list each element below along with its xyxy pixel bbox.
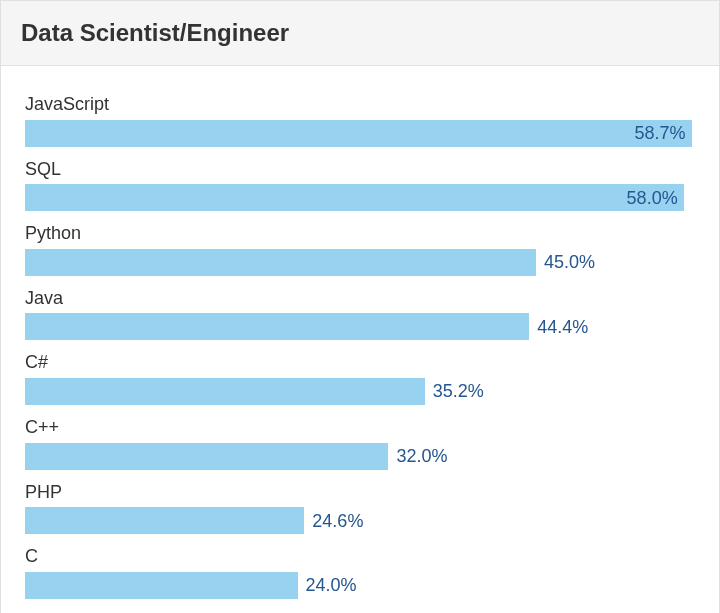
bar-fill xyxy=(25,443,388,470)
bar-fill xyxy=(25,184,684,211)
chart-panel: Data Scientist/Engineer JavaScript58.7%S… xyxy=(0,0,720,613)
bar-category-label: Java xyxy=(25,288,695,310)
bar-track: 24.0% xyxy=(25,572,695,599)
chart-title: Data Scientist/Engineer xyxy=(21,19,699,47)
bar-category-label: PHP xyxy=(25,482,695,504)
bar-value-label: 24.0% xyxy=(306,575,357,596)
bar-fill xyxy=(25,572,298,599)
bar-row: C++32.0% xyxy=(25,417,695,470)
bar-track: 24.6% xyxy=(25,507,695,534)
bar-category-label: JavaScript xyxy=(25,94,695,116)
bar-track: 58.0% xyxy=(25,184,695,211)
bar-row: Python45.0% xyxy=(25,223,695,276)
bar-category-label: SQL xyxy=(25,159,695,181)
chart-body: JavaScript58.7%SQL58.0%Python45.0%Java44… xyxy=(1,66,719,613)
bar-row: C24.0% xyxy=(25,546,695,599)
bar-value-label: 24.6% xyxy=(312,510,363,531)
bar-row: PHP24.6% xyxy=(25,482,695,535)
bar-row: SQL58.0% xyxy=(25,159,695,212)
bar-category-label: C# xyxy=(25,352,695,374)
bar-fill xyxy=(25,249,536,276)
bar-fill xyxy=(25,120,692,147)
bar-fill xyxy=(25,378,425,405)
bar-category-label: C xyxy=(25,546,695,568)
bar-row: C#35.2% xyxy=(25,352,695,405)
bar-track: 35.2% xyxy=(25,378,695,405)
bar-track: 45.0% xyxy=(25,249,695,276)
bar-value-label: 58.0% xyxy=(627,187,678,208)
bar-fill xyxy=(25,313,529,340)
bar-track: 44.4% xyxy=(25,313,695,340)
bar-value-label: 58.7% xyxy=(635,123,686,144)
bar-fill xyxy=(25,507,304,534)
bar-category-label: Python xyxy=(25,223,695,245)
bar-value-label: 35.2% xyxy=(433,381,484,402)
panel-header: Data Scientist/Engineer xyxy=(1,1,719,66)
bar-category-label: C++ xyxy=(25,417,695,439)
bar-value-label: 45.0% xyxy=(544,252,595,273)
bar-row: Java44.4% xyxy=(25,288,695,341)
bar-track: 58.7% xyxy=(25,120,695,147)
bar-value-label: 32.0% xyxy=(396,446,447,467)
bar-track: 32.0% xyxy=(25,443,695,470)
bar-value-label: 44.4% xyxy=(537,316,588,337)
bar-row: JavaScript58.7% xyxy=(25,94,695,147)
